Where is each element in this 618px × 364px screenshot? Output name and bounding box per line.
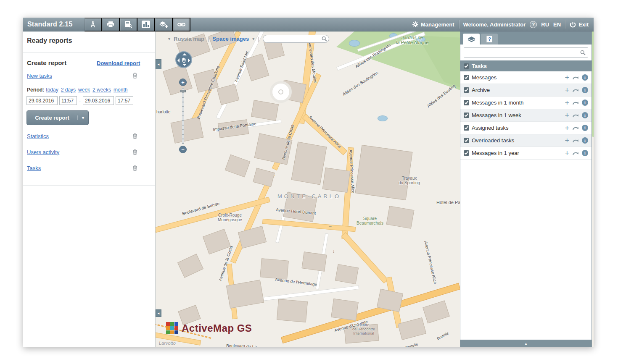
delete-report-button[interactable] [131, 132, 139, 140]
new-tasks-link[interactable]: New tasks [27, 73, 52, 79]
download-report-link[interactable]: Download report [97, 60, 140, 66]
app-title: Standard 2.15 [23, 21, 85, 28]
edit-report-button[interactable] [144, 72, 151, 79]
info-icon[interactable]: i [582, 137, 588, 144]
reports-button[interactable] [120, 18, 137, 31]
tasks-link[interactable]: Tasks [27, 165, 41, 171]
assign-arrow-icon[interactable] [572, 75, 579, 80]
management-menu[interactable]: Management [412, 21, 454, 28]
statistics-link[interactable]: Statistics [27, 133, 49, 139]
zoom-in-button[interactable]: + [179, 79, 187, 86]
layer-checkbox[interactable] [464, 138, 469, 143]
layer-row[interactable]: Messages in 1 month + i [460, 97, 592, 109]
zoom-slider-handle[interactable] [180, 90, 186, 92]
fountain [278, 89, 283, 94]
measure-tool-button[interactable] [85, 18, 102, 31]
layer-checkbox[interactable] [464, 125, 469, 131]
layer-row[interactable]: Messages + i [460, 71, 592, 84]
edit-report-button[interactable] [144, 164, 151, 172]
collapse-sidebar-button[interactable]: ◂ [156, 59, 161, 69]
time-to-input[interactable] [116, 96, 133, 105]
map-label: Allées des Boulingrins [342, 70, 379, 97]
date-to-input[interactable] [83, 96, 114, 105]
delete-report-button[interactable] [131, 164, 139, 172]
info-icon[interactable]: i [582, 112, 588, 118]
edit-report-button[interactable] [144, 132, 151, 140]
layer-group-header[interactable]: Tasks [460, 60, 592, 71]
add-layer-button[interactable] [155, 18, 173, 31]
layer-row[interactable]: Messages in 1 week + i [460, 109, 592, 122]
info-icon[interactable]: i [582, 125, 588, 131]
chevron-down-icon[interactable]: ▾ [252, 37, 254, 41]
help-button[interactable]: ? [530, 21, 537, 28]
add-task-icon[interactable]: + [565, 149, 569, 157]
info-icon[interactable]: i [582, 87, 588, 93]
panel-collapse-bar[interactable]: ▴ [460, 340, 592, 347]
users-activity-link[interactable]: Users activity [27, 149, 59, 155]
period-month[interactable]: month [114, 87, 127, 93]
info-icon[interactable]: i [582, 100, 588, 106]
report-page-icon [125, 21, 132, 28]
add-task-icon[interactable]: + [565, 86, 569, 94]
create-report-button[interactable]: Create report ▾ [26, 110, 89, 125]
collapse-left-icon: ◂ [158, 311, 160, 315]
delete-report-button[interactable] [131, 72, 139, 79]
lang-ru-link[interactable]: RU [541, 21, 549, 28]
tab-layers[interactable] [463, 34, 480, 45]
tab-legend[interactable]: ? [481, 34, 498, 45]
building [291, 142, 327, 185]
link-button[interactable] [173, 18, 190, 31]
add-task-icon[interactable]: + [565, 137, 569, 144]
assign-arrow-icon[interactable] [572, 126, 579, 131]
period-week[interactable]: week [78, 87, 90, 93]
layer-checkbox[interactable] [464, 150, 469, 156]
period-2weeks[interactable]: 2 weeks [92, 87, 111, 93]
trash-icon [132, 165, 137, 171]
layer-row[interactable]: Archive + i [460, 84, 592, 97]
building [335, 264, 359, 284]
group-checkbox[interactable] [464, 63, 469, 69]
assign-arrow-icon[interactable] [572, 88, 579, 93]
layer-checkbox[interactable] [464, 87, 469, 93]
chevron-down-icon[interactable]: ▾ [168, 37, 170, 41]
edit-report-button[interactable] [144, 148, 151, 156]
map-search-input[interactable] [263, 35, 329, 43]
date-from-input[interactable] [26, 96, 58, 105]
layer-row[interactable]: Messages in 1 year + i [460, 147, 592, 160]
info-icon[interactable]: i [582, 150, 588, 156]
assign-arrow-icon[interactable] [572, 151, 579, 156]
print-button[interactable] [102, 18, 120, 31]
add-task-icon[interactable]: + [565, 74, 569, 81]
zoom-out-button[interactable]: − [179, 146, 187, 153]
lang-en-link[interactable]: EN [553, 21, 561, 28]
layer-checkbox[interactable] [464, 75, 469, 80]
add-task-icon[interactable]: + [565, 112, 569, 119]
divider [23, 52, 155, 53]
charts-button[interactable] [137, 18, 155, 31]
zoom-slider-track[interactable] [182, 88, 184, 144]
map-label: Travaux du Sporting [399, 176, 420, 185]
base-layer-selector[interactable]: Russia map [174, 36, 204, 42]
divider [459, 20, 459, 29]
layer-row[interactable]: Assigned tasks + i [460, 122, 592, 134]
add-task-icon[interactable]: + [565, 124, 569, 132]
collapse-bottom-button[interactable]: ◂ [156, 309, 161, 317]
overlay-layer-selector[interactable]: Space images [212, 36, 249, 42]
layer-checkbox[interactable] [464, 113, 469, 118]
pan-control[interactable] [175, 51, 192, 68]
layer-row[interactable]: Overloaded tasks + i [460, 134, 592, 147]
assign-arrow-icon[interactable] [572, 113, 579, 118]
delete-report-button[interactable] [131, 148, 139, 156]
building [217, 84, 240, 105]
assign-arrow-icon[interactable] [572, 138, 579, 143]
layers-search-input[interactable] [464, 47, 588, 58]
time-from-input[interactable] [59, 96, 77, 105]
info-icon[interactable]: i [582, 74, 588, 81]
add-task-icon[interactable]: + [565, 99, 569, 107]
exit-button[interactable]: Exit [570, 21, 589, 28]
period-today[interactable]: today [46, 87, 58, 93]
assign-arrow-icon[interactable] [572, 100, 579, 105]
layer-checkbox[interactable] [464, 100, 469, 105]
oneway-arrow-icon: → [332, 249, 337, 254]
period-2days[interactable]: 2 days [61, 87, 76, 93]
